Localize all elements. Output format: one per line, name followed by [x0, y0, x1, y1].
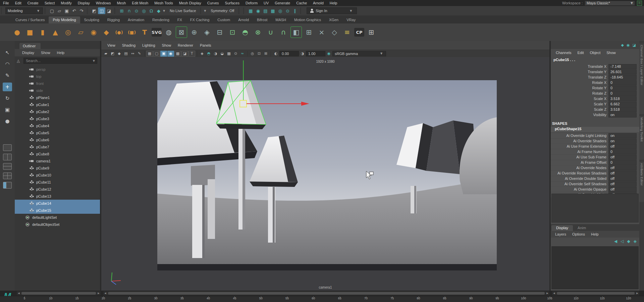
shelf-tab-sculpting[interactable]: Sculpting — [80, 16, 103, 23]
scroll-right-icon[interactable]: ▶ — [97, 292, 101, 295]
shelf-tab-rigging[interactable]: Rigging — [103, 16, 124, 23]
new-layer-selected-icon[interactable]: ◈ — [634, 239, 637, 244]
make-live-icon[interactable]: ◆ — [155, 7, 162, 14]
channelbox-menu-channels[interactable]: Channels — [553, 50, 574, 56]
poly-plane-icon[interactable]: ▱ — [75, 27, 87, 38]
outliner-item-pcube10[interactable]: pCube10 — [15, 171, 100, 179]
outliner-item-pcube14[interactable]: pCube14 — [15, 200, 100, 207]
timeline-tick-30[interactable]: 30 — [151, 297, 161, 300]
timeline-tick-5[interactable]: 5 — [19, 297, 30, 300]
time-slider[interactable]: 5101520253035404550556065707580859095100… — [0, 296, 644, 302]
outliner-item-side[interactable]: side — [15, 87, 100, 94]
shelf-tab-poly-modeling[interactable]: Poly Modeling — [49, 16, 80, 23]
chevron-down-icon[interactable]: ▼ — [204, 9, 207, 12]
outliner-hscrollbar[interactable]: ◀ ▶ — [17, 291, 101, 295]
outliner-title-tab[interactable]: Outliner — [19, 43, 41, 49]
colorspace-select[interactable]: sRGB gamma▼ — [332, 51, 386, 56]
channel-value[interactable]: off — [608, 182, 637, 187]
channel-value[interactable]: off — [608, 155, 637, 160]
viewport-canvas[interactable]: 1920 x 1080 — [101, 57, 549, 291]
scroll-left-icon[interactable]: ◀ — [17, 292, 21, 295]
timeline-tick-20[interactable]: 20 — [98, 297, 108, 300]
menu-set-select[interactable]: Modeling ▼ — [5, 7, 43, 14]
scroll-right-icon[interactable]: ▶ — [635, 292, 639, 295]
average-vertices-icon[interactable]: ◇ — [329, 27, 340, 38]
channel-value[interactable]: off — [608, 171, 637, 176]
sign-in-button[interactable]: Sign In ▼ — [307, 7, 357, 14]
shelf-tab-xgen[interactable]: XGen — [325, 16, 342, 23]
timeline-tick-90[interactable]: 90 — [466, 297, 476, 300]
channel-value[interactable]: 26.601 — [608, 69, 637, 74]
channel-value[interactable]: off — [608, 176, 637, 181]
layout-outliner-persp[interactable] — [3, 182, 12, 189]
menu-create[interactable]: Create — [24, 0, 42, 6]
textured-mode-icon[interactable]: ▣ — [160, 51, 167, 57]
boolean-icon[interactable]: ⊗ — [252, 27, 264, 38]
menu-file[interactable]: File — [0, 0, 12, 6]
select-hierarchy-icon[interactable]: ◩ — [91, 7, 98, 14]
channel-value[interactable]: 0 — [608, 149, 637, 154]
channel-value[interactable]: -7.148 — [608, 64, 637, 69]
scroll-thumb[interactable] — [108, 292, 545, 295]
channel-value[interactable]: -18.645 — [608, 75, 637, 80]
menu-edit-mesh[interactable]: Edit Mesh — [129, 0, 151, 6]
shelf-tab-arnold[interactable]: Arnold — [234, 16, 253, 23]
menu-display[interactable]: Display — [75, 0, 93, 6]
outliner-menu-show[interactable]: Show — [38, 50, 53, 56]
last-tool[interactable]: ● — [3, 117, 12, 125]
channelbox-manip-icon[interactable]: ◪ — [633, 43, 636, 47]
layout-four-pane[interactable] — [3, 172, 12, 179]
outliner-item-pcube5[interactable]: pCube5 — [15, 129, 100, 136]
image-plane-icon[interactable]: ▤ — [123, 51, 129, 57]
shaded-mode-icon[interactable]: ▢ — [153, 51, 160, 57]
timeline-tick-35[interactable]: 35 — [177, 297, 187, 300]
target-weld-icon[interactable]: ⊕ — [189, 27, 200, 38]
timeline-tick-60[interactable]: 60 — [308, 297, 318, 300]
menu-mesh-tools[interactable]: Mesh Tools — [151, 0, 176, 6]
side-tab-channel-box-layer-editor[interactable]: Channel Box / Layer Editor — [639, 44, 644, 114]
poly-cylinder-icon[interactable]: ▮ — [37, 27, 48, 38]
outliner-item-pcube9[interactable]: pCube9 — [15, 164, 100, 171]
channel-value[interactable]: 3.518 — [608, 96, 637, 101]
scroll-left-icon[interactable]: ◀ — [103, 292, 107, 295]
poly-type-icon[interactable]: T — [139, 27, 150, 38]
workspace-select[interactable]: Maya Classic* ▼ — [585, 1, 635, 6]
outliner-item-pcube2[interactable]: pCube2 — [15, 108, 100, 115]
speed-state-icon[interactable]: ◉ — [627, 43, 630, 47]
viewport-panel[interactable]: ViewShadingLightingShowRendererPanels ▰◩… — [101, 41, 551, 291]
redo-icon[interactable]: ↷ — [78, 7, 85, 14]
select-component-icon[interactable]: ◪ — [105, 7, 113, 14]
save-scene-icon[interactable]: ▣ — [63, 7, 70, 14]
outliner-item-pcube11[interactable]: pCube11 — [15, 179, 100, 186]
lighted-mode-icon[interactable]: ◉ — [167, 51, 174, 57]
field-chart-icon[interactable]: ⊡ — [256, 51, 262, 57]
bookmark-icon[interactable]: ◆ — [116, 51, 122, 57]
menu-cache[interactable]: Cache — [293, 0, 310, 6]
channelbox-hscrollbar[interactable]: ◀ ▶ — [552, 291, 639, 295]
viewport-menu-shading[interactable]: Shading — [119, 42, 139, 48]
poly-cone-icon[interactable]: ▲ — [50, 27, 61, 38]
menu-mesh[interactable]: Mesh — [114, 0, 129, 6]
scroll-thumb[interactable] — [21, 292, 96, 295]
timeline-tick-105[interactable]: 105 — [545, 297, 555, 300]
undo-icon[interactable]: ↶ — [70, 7, 78, 14]
exposure-field[interactable]: 0.00 — [279, 51, 299, 56]
viewport-menu-panels[interactable]: Panels — [197, 42, 215, 48]
symmetrize-icon[interactable]: × — [316, 27, 327, 38]
outliner-menu-display[interactable]: Display — [19, 50, 37, 56]
grip-handle[interactable] — [45, 7, 47, 14]
grip-handle[interactable] — [1, 7, 3, 14]
platonic-solid-icon[interactable]: ◆ — [101, 27, 112, 38]
outliner-item-pcube6[interactable]: pCube6 — [15, 136, 100, 143]
timeline-tick-115[interactable]: 115 — [597, 297, 607, 300]
viewport-menu-show[interactable]: Show — [159, 42, 175, 48]
layer-menu-options[interactable]: Options — [569, 231, 588, 237]
wireframe-mode-icon[interactable]: ▦ — [146, 51, 153, 57]
snap-point-icon[interactable]: ⊙ — [133, 7, 140, 14]
reduce-icon[interactable]: ≡ — [341, 27, 353, 38]
layer-move-down-icon[interactable]: ◁ — [621, 239, 624, 244]
rotate-tool[interactable]: ↻ — [3, 94, 12, 103]
grip-handle[interactable] — [300, 7, 302, 14]
outliner-item-persp[interactable]: persp — [15, 66, 100, 73]
outliner-item-pcube13[interactable]: pCube13 — [15, 193, 100, 200]
